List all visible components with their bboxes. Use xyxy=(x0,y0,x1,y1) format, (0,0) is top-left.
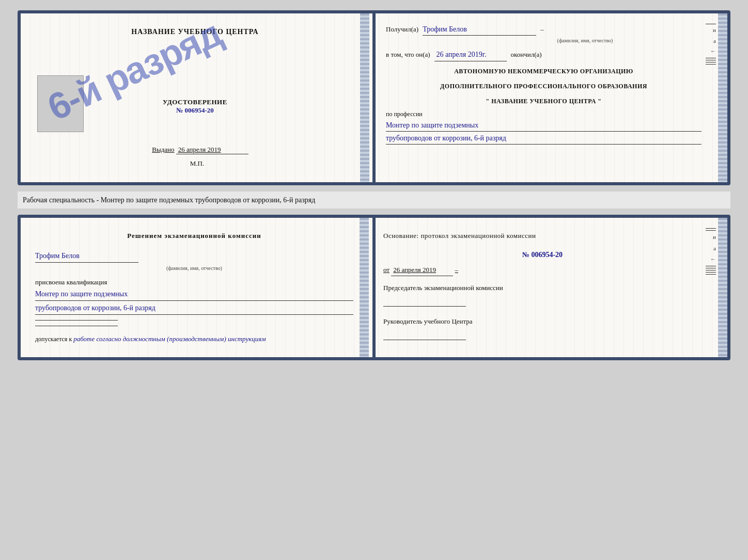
cert2-deco-letter-3: ← xyxy=(710,254,716,264)
допуск-text: работе согласно должностным (производств… xyxy=(73,335,266,343)
cert2-deco-letter-1: и xyxy=(713,232,716,242)
cert1-type-label: УДОСТОВЕРЕНИЕ xyxy=(163,98,227,106)
cert2-right-deco: и а ← xyxy=(706,228,716,347)
finished-label: окончил(а) xyxy=(511,50,542,60)
mp-label: М.П. xyxy=(186,159,204,168)
cert1-issued-section: Выдано 26 апреля 2019 xyxy=(142,146,248,154)
profession-line1: Монтер по защите подземных xyxy=(386,120,702,132)
cert2-protocol-number: № 006954-20 xyxy=(383,249,702,261)
completion-date: 26 апреля 2019г. xyxy=(434,49,507,61)
deco-line-1 xyxy=(706,24,716,24)
dash-1: – xyxy=(540,24,544,35)
cert2-protocol-date-line: от 26 апреля 2019 – xyxy=(383,264,702,276)
org-name: " НАЗВАНИЕ УЧЕБНОГО ЦЕНТРА " xyxy=(386,97,702,106)
head-label: Руководитель учебного Центра xyxy=(383,316,702,327)
cert2-qual-line1: Монтер по защите подземных xyxy=(35,288,353,301)
cert2-deco-line-2 xyxy=(706,230,716,231)
chairman-label: Председатель экзаменационной комиссии xyxy=(383,282,702,294)
certificate-2: Решением экзаменационной комиссии Трофим… xyxy=(18,215,730,360)
cert2-qual-line2: трубопроводов от коррозии, 6-й разряд xyxy=(35,302,353,315)
received-line: Получил(а) Трофим Белов – xyxy=(386,24,702,36)
cert1-right-panel: Получил(а) Трофим Белов – (фамилия, имя,… xyxy=(369,13,727,182)
blank-line-2 xyxy=(35,326,118,326)
cert2-fio-label: (фамилия, имя, отчество) xyxy=(35,264,353,273)
org-line2: ДОПОЛНИТЕЛЬНОГО ПРОФЕССИОНАЛЬНОГО ОБРАЗО… xyxy=(386,82,702,91)
cert2-deco-line-4 xyxy=(706,268,716,268)
profession-line2: трубопроводов от коррозии, 6-й разряд xyxy=(386,133,702,145)
fio-label: (фамилия, имя, отчество) xyxy=(469,37,702,45)
cert2-deco-line-6 xyxy=(706,272,716,273)
person-name: Трофим Белов xyxy=(423,24,536,36)
separator-content: Рабочая специальность - Монтер по защите… xyxy=(23,196,315,204)
date-prefix: от xyxy=(383,266,389,274)
separator-text: Рабочая специальность - Монтер по защите… xyxy=(18,191,730,209)
certificate-1: НАЗВАНИЕ УЧЕБНОГО ЦЕНТРА 6-й разряд УДОС… xyxy=(18,10,730,185)
cert2-deco-letter-2: а xyxy=(713,244,716,253)
received-label: Получил(а) xyxy=(386,24,418,35)
blank-line-1 xyxy=(35,320,118,321)
cert2-header: Решением экзаменационной комиссии xyxy=(35,230,353,242)
cert2-person-line: Трофим Белов xyxy=(35,250,353,263)
cert2-chairman-section: Председатель экзаменационной комиссии xyxy=(383,282,702,307)
cert1-number: № 006954-20 xyxy=(163,106,227,115)
cert2-deco-line-7 xyxy=(706,274,716,275)
cert2-deco-line-5 xyxy=(706,270,716,270)
cert1-middle-section: УДОСТОВЕРЕНИЕ № 006954-20 xyxy=(163,98,227,115)
cert2-admission: допускается к работе согласно должностны… xyxy=(35,333,353,345)
deco-line-3 xyxy=(706,60,716,60)
in-that-label: в том, что он(а) xyxy=(386,50,430,60)
cert2-left-panel: Решением экзаменационной комиссии Трофим… xyxy=(21,218,369,357)
profession-label: по профессии xyxy=(386,109,702,119)
cert2-person-name: Трофим Белов xyxy=(35,250,138,263)
deco-letter-1: и xyxy=(713,26,716,35)
deco-letter-3: ← xyxy=(710,47,716,56)
issued-label: Выдано xyxy=(152,146,174,153)
deco-letter-2: а xyxy=(713,37,716,46)
cert2-dash: – xyxy=(455,266,459,274)
cert2-basis-label: Основание: протокол экзаменационной коми… xyxy=(383,230,702,242)
deco-line-2 xyxy=(706,58,716,58)
cert2-head-section: Руководитель учебного Центра xyxy=(383,316,702,340)
cert2-deco-line-3 xyxy=(706,266,716,266)
cert2-protocol-date: 26 апреля 2019 xyxy=(391,264,453,276)
org-line1: АВТОНОМНУЮ НЕКОММЕРЧЕСКУЮ ОРГАНИЗАЦИЮ xyxy=(386,67,702,76)
issued-date: 26 апреля 2019 xyxy=(176,146,248,154)
in-that-line: в том, что он(а) 26 апреля 2019г. окончи… xyxy=(386,49,702,61)
deco-line-5 xyxy=(706,64,716,65)
right-deco: и а ← xyxy=(706,24,716,172)
допуск-label: допускается к xyxy=(35,335,72,343)
deco-line-4 xyxy=(706,62,716,62)
cert2-assigned-section: присвоена квалификация Монтер по защите … xyxy=(35,277,353,315)
cert1-school-name: НАЗВАНИЕ УЧЕБНОГО ЦЕНТРА xyxy=(131,28,258,36)
cert1-left-panel: НАЗВАНИЕ УЧЕБНОГО ЦЕНТРА 6-й разряд УДОС… xyxy=(21,13,369,182)
cert2-right-panel: Основание: протокол экзаменационной коми… xyxy=(369,218,727,357)
assigned-label: присвоена квалификация xyxy=(35,277,353,288)
chairman-sig-line xyxy=(383,306,466,307)
head-sig-line xyxy=(383,340,466,340)
photo-placeholder xyxy=(37,75,84,132)
cert2-deco-line-1 xyxy=(706,228,716,229)
